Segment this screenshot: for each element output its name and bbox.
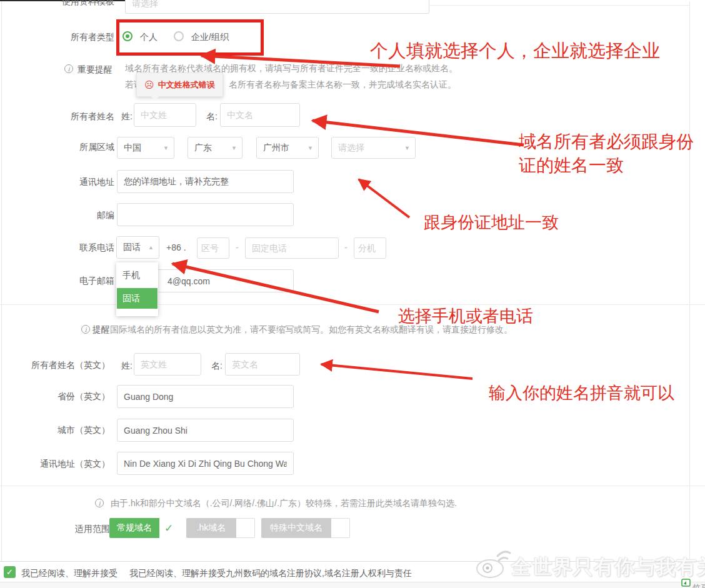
givenname-cn-input[interactable] [220,103,300,127]
zipcode-input[interactable] [117,203,294,226]
sad-face-icon [144,79,154,91]
annotation-owner-name-line1: 域名所有者必须跟身份 [519,130,694,154]
field-label-owner-type: 所有者类型 [0,32,114,43]
field-label-owner-name: 所有者姓名 [0,111,114,122]
divider [0,304,705,305]
agree-statement[interactable]: 我已经阅读、理解并接受九州数码的域名注册协议,域名注册人权利与责任 [129,568,412,579]
important-notice-line2-suffix: 名所有者名称与备案主体名称一致，并完成域名实名认证。 [229,79,456,91]
scope-hk-label: .hk域名 [186,518,236,538]
address-input[interactable] [117,170,294,193]
dropdown-option-landline[interactable]: 固话 [117,288,158,309]
surname-cn-input[interactable] [134,103,196,127]
bottom-strip [0,582,705,588]
address-en-input[interactable] [117,452,294,475]
dropdown-option-mobile[interactable]: 手机 [116,262,158,287]
annotation-english-name: 输入你的姓名拼音就可以 [489,382,674,404]
phone-type-value: 固话 [123,242,141,253]
scope-regular-label: 常规域名 [109,518,159,538]
name-format-error-tooltip: 中文姓格式错误 [136,72,223,97]
divider [0,486,705,486]
field-label-region: 所属区域 [0,142,114,153]
region-district-select[interactable]: 请选择 [331,137,416,159]
province-en-input[interactable] [117,385,294,408]
phone-type-select[interactable]: 固话 [116,236,159,259]
empty-checkbox [331,518,350,538]
field-label-owner-name-en: 所有者姓名（英文） [0,360,110,371]
surname-sublabel: 姓: [121,111,132,122]
field-label-scope: 适用范围 [75,524,110,535]
phone-ext-input[interactable] [354,237,386,259]
country-code-label: +86 . [166,242,186,252]
phone-dash2: - [344,242,348,252]
region-country-select[interactable]: 中国 [117,137,174,159]
reminder-label: 提醒 [92,324,110,336]
annotation-owner-type: 个人填就选择个人，企业就选择企业 [370,39,660,64]
region-district-placeholder: 请选择 [338,142,364,154]
corner-tool-icon[interactable] [681,579,691,587]
info-icon [64,64,73,73]
domain-registration-form: 使用资料模板 所有者类型 个人 企业/组织 重要提醒 域名所有者名称代表域名的拥… [0,0,705,588]
region-city-value: 广州市 [263,142,289,154]
watermark-text: 全世界只有你与我有关 [511,554,705,581]
check-icon: ✓ [159,518,178,538]
phone-dash1: - [236,242,239,252]
field-label-email: 电子邮箱 [0,276,114,287]
area-code-input[interactable] [197,237,229,259]
region-province-select[interactable]: 广东 [188,137,242,159]
field-label-address-en: 通讯地址（英文） [0,459,110,470]
region-city-select[interactable]: 广州市 [256,137,319,159]
empty-checkbox [236,518,255,538]
annotation-address: 跟身份证地址一致 [424,211,559,234]
region-province-value: 广东 [194,142,212,154]
field-label-phone: 联系电话 [0,242,114,254]
field-label-template: 使用资料模板 [0,0,114,7]
template-select-input[interactable] [125,0,429,14]
hk-note-text: 由于.hk和部分中文域名（.公司/.网络/.佛山/.广东）较特殊，若需注册此类域… [111,498,457,509]
annotation-phone: 选择手机或者电话 [398,305,533,327]
scope-hk-toggle[interactable]: .hk域名 [186,518,255,538]
corner-tool-label: 竹亘 [692,582,705,588]
surname-en-input[interactable] [134,353,201,376]
givenname-en-sublabel: 名: [211,361,222,372]
phone-number-input[interactable] [245,237,339,259]
scope-special-toggle[interactable]: 特殊中文域名 [261,518,350,538]
givenname-sublabel: 名: [206,111,218,122]
error-tooltip-text: 中文姓格式错误 [158,79,215,91]
field-label-city-en: 城市（英文） [0,425,110,436]
surname-en-sublabel: 姓: [121,361,132,372]
scope-special-label: 特殊中文域名 [261,518,331,538]
weibo-logo-icon [475,546,511,580]
field-label-province-en: 省份（英文） [0,391,110,402]
top-border-line [430,5,690,6]
scope-regular-toggle[interactable]: 常规域名 ✓ [109,518,178,538]
important-notice-label: 重要提醒 [78,64,112,76]
city-en-input[interactable] [117,419,294,442]
field-label-zipcode: 邮编 [0,210,114,221]
agree-label: 我已经阅读、理解并接受 [21,568,118,579]
highlight-box [116,19,264,56]
region-country-value: 中国 [124,142,141,154]
phone-type-dropdown-menu: 手机 固话 [116,262,158,316]
right-border [689,1,690,561]
agree-checkbox[interactable] [4,566,16,578]
info-icon [95,499,104,507]
givenname-en-input[interactable] [225,353,300,376]
annotation-owner-name-line2: 证的姓名一致 [519,154,624,177]
field-label-address: 通讯地址 [0,177,114,188]
info-icon [81,325,90,334]
